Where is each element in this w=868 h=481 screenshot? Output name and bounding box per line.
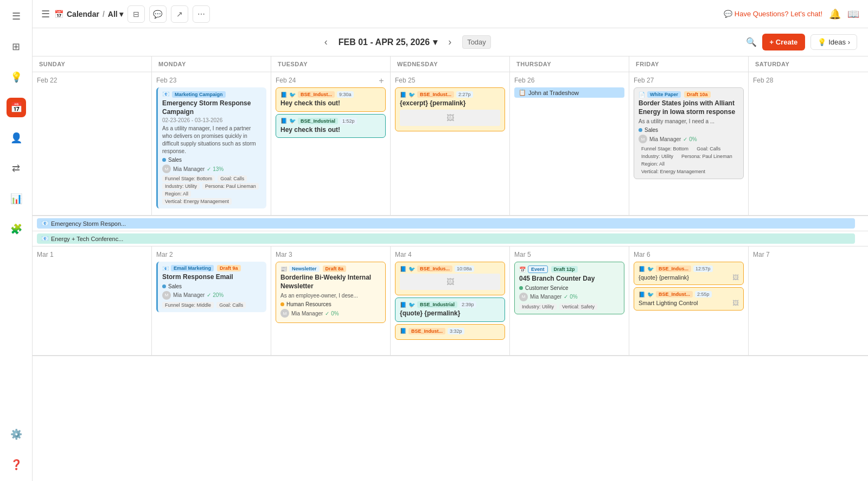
tag-region: Region: All [162,191,191,197]
next-arrow[interactable]: › [444,34,456,50]
wp-tag-4: Region: All [639,161,667,167]
tw-mar4-1: 🐦 [409,266,415,272]
date-range-title[interactable]: FEB 01 - APR 25, 2026 ▾ [339,37,437,47]
emergency-storm-span[interactable]: 📧 Emergency Storm Respon... [37,218,855,229]
header-sunday: SUNDAY [33,56,152,72]
bse-mar6-1[interactable]: 📘 🐦 BSE_Indus... 12:57p {quote} {permali… [634,262,744,285]
sidebar-settings-icon[interactable]: ⚙️ [7,425,26,444]
sidebar-help-icon[interactable]: ❓ [7,455,26,474]
bse-mar6-2[interactable]: 📘 🐦 BSE_Indust... 2:55p Smart Lighting C… [634,287,744,311]
bc-manager: Mia Manager [530,294,561,300]
tag-funnel: Funnel Stage: Bottom [162,175,215,182]
ideas-button[interactable]: 💡 Ideas › [810,34,857,50]
sidebar-apps-icon[interactable]: 🧩 [7,219,26,239]
create-button[interactable]: + Create [762,34,806,50]
comment-button[interactable]: 💬 [149,5,167,23]
day-num-mar7: Mar 7 [753,251,864,258]
bse-header-2: 📘 🐦 BSE_Industrial 1:52p [280,118,381,124]
ideas-lightbulb-icon: 💡 [818,38,826,46]
tags-container: Funnel Stage: Bottom Goal: Calls Industr… [162,175,262,205]
bse-wed-time: 2:27p [456,91,473,98]
sre-tag-1: Goal: Calls [216,302,246,308]
wp-desc: As a utility manager, I need a ... [639,118,739,125]
today-button[interactable]: Today [462,35,491,49]
wp-icon: 📄 [639,92,645,98]
wp-title: Border States joins with Alliant Energy … [639,99,739,116]
tag-vertical: Vertical: Energy Management [162,198,232,205]
bse-wed-header: 📘 🐦 BSE_Indust... 2:27p [400,91,500,98]
wp-manager: Mia Manager [649,136,681,142]
marketing-campaign-card[interactable]: 📧 Marketing Campaign Emergency Storm Res… [156,87,266,208]
chat-icon: 💬 [724,10,732,18]
week-row-2: Mar 1 Mar 2 📧 Email Marketing Draft 9a S… [33,246,868,356]
campaign-dates: 02-23-2026 - 03-13-2026 [162,117,262,123]
chat-link[interactable]: 💬 Have Questions? Let's chat! [724,10,822,18]
sidebar-ideas-icon[interactable]: 💡 [7,67,26,87]
bse-event-tue-2[interactable]: 📘 🐦 BSE_Industrial 1:52p Hey check this … [276,114,386,138]
nl-title: Borderline Bi-Weekly Internal Newsletter [280,274,381,290]
prev-arrow[interactable]: ‹ [320,34,332,50]
newsletter-card[interactable]: 📰 Newsletter Draft 8a Borderline Bi-Week… [276,262,386,323]
sidebar-home-icon[interactable]: ⊞ [7,37,26,56]
bse-mar6-2-text: Smart Lighting Control [639,300,698,306]
more-button[interactable]: ⋯ [193,5,210,23]
day-feb25: Feb 25 📘 🐦 BSE_Indust... 2:27p {excerpt}… [391,72,510,215]
add-event-button-feb24[interactable]: + [376,75,387,86]
header-tuesday: TUESDAY [271,56,391,72]
notifications-icon[interactable]: 🔔 [829,8,841,20]
bse-mar4-2-time: 2:39p [459,301,476,308]
tw-icon-2: 🐦 [289,118,296,124]
breadcrumb-calendar[interactable]: Calendar [67,10,99,18]
marketing-icon: 📧 [162,91,170,98]
tw-mar6-2: 🐦 [647,292,654,298]
bse-event-wed[interactable]: 📘 🐦 BSE_Indust... 2:27p {excerpt} {perma… [395,87,505,131]
header-thursday: THURSDAY [510,56,629,72]
tradeshow-event[interactable]: 📋 John at Tradeshow [514,87,624,98]
breadcrumb-all[interactable]: All ▾ [108,10,123,18]
sre-avatar: M [162,291,171,300]
bc-avatar: M [519,293,528,301]
tradeshow-icon: 📋 [519,89,526,96]
header-friday: FRIDAY [629,56,749,72]
sidebar-calendar-icon[interactable]: 📅 [7,98,26,117]
nl-pct: ✓ 0% [325,311,339,317]
energy-tech-span[interactable]: 📧 Energy + Tech Conferenc... [37,233,855,244]
filter-button[interactable]: ⊟ [127,5,145,23]
white-paper-card[interactable]: 📄 White Paper Draft 10a Border States jo… [634,87,744,179]
bse-mar4-1-header: 📘 🐦 BSE_Indus... 10:08a [400,265,500,272]
spanning-row-2: 📧 Energy + Tech Conferenc... [33,231,868,246]
share-button[interactable]: ↗ [171,5,188,23]
bse-mar4-1[interactable]: 📘 🐦 BSE_Indus... 10:08a 🖼 [395,262,505,295]
tag-goal: Goal: Calls [218,175,247,182]
branch-counter-card[interactable]: 📅 Event Draft 12p 045 Branch Counter Day… [514,262,624,314]
time-2: 1:52p [340,118,357,124]
bse-event-tue-1[interactable]: 📘 🐦 BSE_Indust... 9:30a Hey check this o… [276,87,386,112]
tag-persona: Persona: Paul Lineman [202,183,259,189]
sidebar-analytics-icon[interactable]: 📊 [7,189,26,208]
storm-response-email-card[interactable]: 📧 Email Marketing Draft 9a Storm Respons… [156,262,266,312]
calendar-nav: ‹ FEB 01 - APR 25, 2026 ▾ › Today 🔍 + Cr… [33,28,868,56]
bse-mar6-1-content: {quote} {permalink} 🖼 [639,274,739,281]
breadcrumb-separator: / [103,10,105,18]
day-num-feb27: Feb 27 [634,77,744,84]
campaign-badge: Marketing Campaign [172,91,226,98]
sidebar-sync-icon[interactable]: ⇄ [7,159,26,178]
sidebar-contacts-icon[interactable]: 👤 [7,128,26,148]
wp-manager-row: M Mia Manager ✓ 0% [639,135,739,143]
hamburger-icon[interactable]: ☰ [41,8,50,20]
bse-wed-platform: BSE_Indust... [417,91,454,98]
energy-span-icon: 📧 [41,235,49,242]
bc-tag-0: Industry: Utility [519,303,557,310]
manager-avatar: M [162,164,171,173]
calendar-body: SUNDAY MONDAY TUESDAY WEDNESDAY THURSDAY… [33,56,868,481]
sidebar-menu-icon[interactable]: ☰ [7,7,26,26]
book-icon[interactable]: 📖 [847,8,859,20]
tw-mar6-1: 🐦 [647,266,654,272]
day-num-feb25: Feb 25 [395,77,505,84]
bse-mar4-2[interactable]: 📘 🐦 BSE_Industrial 2:39p {quote} {permal… [395,298,505,322]
nl-manager: Mia Manager [291,311,323,317]
bse-mar4-3[interactable]: 📘 BSE_Indust... 3:32p [395,324,505,340]
search-icon[interactable]: 🔍 [746,37,757,47]
bse-badge-1: BSE_Indust... [298,91,335,98]
fb-mar4-2: 📘 [400,302,406,308]
